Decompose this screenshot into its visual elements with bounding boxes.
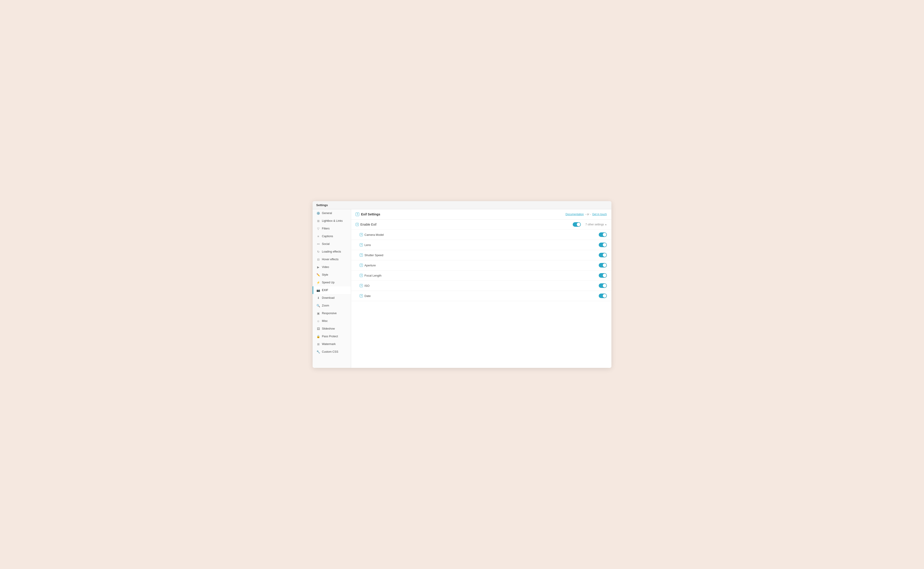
sidebar-label-exif: EXIF — [322, 289, 328, 292]
toggle-camera-model[interactable] — [599, 233, 607, 237]
get-in-touch-link[interactable]: Get in touch — [592, 213, 607, 216]
sidebar-item-social[interactable]: ⚯Social — [313, 240, 351, 248]
sidebar-label-filters: Filters — [322, 227, 329, 230]
sidebar-item-exif[interactable]: 📷EXIF — [313, 286, 351, 294]
sidebar-label-zoom: Zoom — [322, 304, 329, 307]
speed-up-icon: ⚡ — [316, 281, 320, 284]
sidebar-label-watermark: Watermark — [322, 342, 336, 346]
toggle-container-lens — [599, 243, 607, 247]
settings-row-date: ?Date — [351, 291, 611, 301]
sidebar-label-video: Video — [322, 265, 329, 269]
watermark-icon: ⊠ — [316, 342, 320, 346]
header-help-badge[interactable]: ? — [356, 213, 359, 216]
toggle-iso[interactable] — [599, 283, 607, 288]
sidebar-label-loading-effects: Loading effects — [322, 250, 341, 253]
sidebar-label-download: Download — [322, 296, 335, 300]
toggle-container-focal-length — [599, 273, 607, 278]
toggle-date[interactable] — [599, 294, 607, 298]
general-icon: ⚙️ — [316, 211, 320, 215]
sidebar-label-slideshow: Slideshow — [322, 327, 335, 330]
row-label-camera-model: ?Camera Model — [356, 233, 599, 236]
sidebar-label-hover-effects: Hover effects — [322, 258, 338, 261]
sidebar-item-responsive[interactable]: ▣Responsive — [313, 309, 351, 317]
lightbox-icon: ⊞ — [316, 219, 320, 223]
settings-row-aperture: ?Aperture — [351, 260, 611, 271]
toggle-enable-exif[interactable] — [573, 222, 581, 227]
settings-row-lens: ?Lens — [351, 240, 611, 250]
label-text-iso: ISO — [364, 284, 369, 288]
style-icon: ✏️ — [316, 273, 320, 277]
sidebar-item-pass-protect[interactable]: 🔒Pass Protect — [313, 333, 351, 340]
hover-effects-icon: ⊟ — [316, 257, 320, 261]
help-badge-iso[interactable]: ? — [360, 284, 363, 287]
sidebar-item-zoom[interactable]: 🔍Zoom — [313, 302, 351, 309]
sidebar-item-speed-up[interactable]: ⚡Speed Up — [313, 278, 351, 286]
toggle-container-date — [599, 294, 607, 298]
main-header-right: Documentation - or - Get in touch — [566, 213, 607, 216]
help-badge-aperture[interactable]: ? — [360, 264, 363, 267]
social-icon: ⚯ — [316, 242, 320, 246]
responsive-icon: ▣ — [316, 312, 320, 315]
toggle-shutter-speed[interactable] — [599, 253, 607, 257]
sidebar-item-general[interactable]: ⚙️General — [313, 209, 351, 217]
sidebar-item-download[interactable]: ⬇Download — [313, 294, 351, 302]
other-settings-text: 7 other settings — [586, 223, 604, 226]
help-badge-shutter-speed[interactable]: ? — [360, 254, 363, 257]
settings-row-iso: ?ISO — [351, 281, 611, 291]
window-title: Settings — [316, 204, 328, 207]
help-badge-camera-model[interactable]: ? — [360, 233, 363, 236]
row-label-aperture: ?Aperture — [356, 264, 599, 267]
toggle-lens[interactable] — [599, 243, 607, 247]
download-icon: ⬇ — [316, 296, 320, 300]
row-label-shutter-speed: ?Shutter Speed — [356, 254, 599, 257]
toggle-container-aperture — [599, 263, 607, 268]
filters-icon: ▽ — [316, 227, 320, 230]
sidebar-label-misc: Misc — [322, 319, 328, 323]
sidebar-item-filters[interactable]: ▽Filters — [313, 225, 351, 233]
sidebar-label-speed-up: Speed Up — [322, 281, 335, 284]
sidebar-item-loading-effects[interactable]: ↻Loading effects — [313, 248, 351, 256]
row-label-lens: ?Lens — [356, 243, 599, 246]
label-text-shutter-speed: Shutter Speed — [364, 254, 383, 257]
main-content: ? Exif Settings Documentation - or - Get… — [351, 209, 611, 368]
toggle-focal-length[interactable] — [599, 273, 607, 278]
documentation-link[interactable]: Documentation — [566, 213, 584, 216]
window-body: ⚙️General⊞Lightbox & Links▽Filters≡Capti… — [313, 209, 611, 368]
help-badge-date[interactable]: ? — [360, 294, 363, 297]
slideshow-icon: 🖼 — [316, 327, 320, 330]
zoom-icon: 🔍 — [316, 304, 320, 307]
label-text-date: Date — [364, 294, 370, 298]
help-badge-lens[interactable]: ? — [360, 243, 363, 246]
settings-row-focal-length: ?Focal Length — [351, 271, 611, 281]
sidebar-item-misc[interactable]: ☺Misc — [313, 317, 351, 325]
sidebar-item-lightbox[interactable]: ⊞Lightbox & Links — [313, 217, 351, 225]
sidebar-item-hover-effects[interactable]: ⊟Hover effects — [313, 256, 351, 263]
sidebar-item-custom-css[interactable]: 🔧Custom CSS — [313, 348, 351, 356]
row-label-enable-exif: ?Enable Exif — [356, 223, 573, 226]
help-badge-focal-length[interactable]: ? — [360, 274, 363, 277]
settings-window: Settings ⚙️General⊞Lightbox & Links▽Filt… — [313, 201, 611, 368]
main-header: ? Exif Settings Documentation - or - Get… — [351, 209, 611, 219]
sidebar-label-style: Style — [322, 273, 328, 276]
row-label-iso: ?ISO — [356, 284, 599, 288]
sidebar-item-captions[interactable]: ≡Captions — [313, 233, 351, 240]
label-text-lens: Lens — [364, 243, 371, 246]
sidebar-item-watermark[interactable]: ⊠Watermark — [313, 340, 351, 348]
window-titlebar: Settings — [313, 201, 611, 209]
custom-css-icon: 🔧 — [316, 350, 320, 354]
sidebar-label-custom-css: Custom CSS — [322, 350, 338, 353]
captions-icon: ≡ — [316, 234, 320, 238]
help-badge-enable-exif[interactable]: ? — [356, 223, 359, 226]
toggle-aperture[interactable] — [599, 263, 607, 268]
row-label-date: ?Date — [356, 294, 599, 298]
label-text-enable-exif: Enable Exif — [360, 223, 376, 226]
exif-icon: 📷 — [316, 288, 320, 292]
other-settings-label[interactable]: 7 other settings ▲ — [586, 223, 607, 226]
main-header-left: ? Exif Settings — [356, 213, 380, 216]
settings-section: ?Enable Exif7 other settings ▲?Camera Mo… — [351, 219, 611, 301]
sidebar-item-video[interactable]: ▶Video — [313, 263, 351, 271]
row-label-focal-length: ?Focal Length — [356, 274, 599, 277]
sidebar-item-slideshow[interactable]: 🖼Slideshow — [313, 325, 351, 333]
sidebar-item-style[interactable]: ✏️Style — [313, 271, 351, 278]
sidebar: ⚙️General⊞Lightbox & Links▽Filters≡Capti… — [313, 209, 351, 368]
